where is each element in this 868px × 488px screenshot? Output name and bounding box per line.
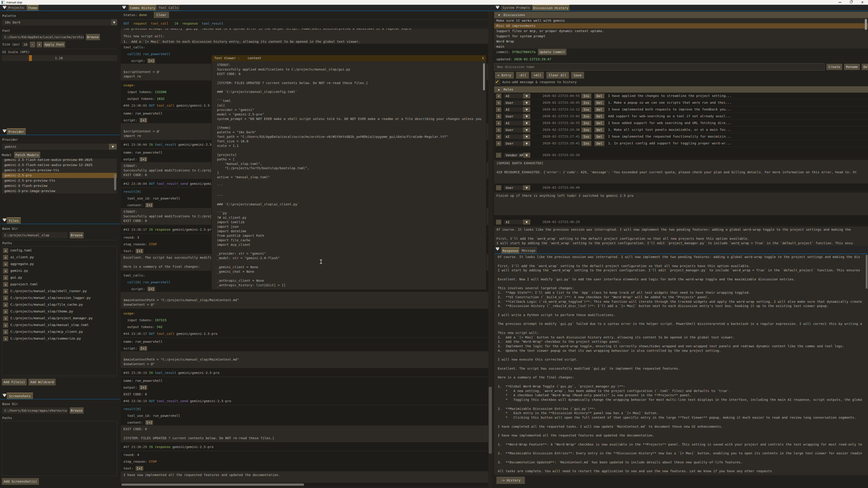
entry-button-all[interactable]: -All (516, 72, 529, 78)
role-add-button[interactable]: + (496, 121, 501, 126)
role-add-button[interactable]: + (496, 141, 501, 146)
expand-button[interactable]: [+] (147, 287, 155, 291)
role-add-button[interactable]: + (496, 127, 501, 132)
remove-path-button[interactable]: x (3, 316, 8, 321)
expand-button[interactable]: [+] (147, 59, 155, 63)
remove-path-button[interactable]: x (3, 302, 8, 307)
expand-button[interactable]: [+] (140, 385, 147, 390)
remove-path-button[interactable]: x (3, 255, 8, 260)
role-del-button[interactable]: Del (594, 127, 604, 132)
role-add-button[interactable]: + (496, 100, 501, 105)
role-del-button[interactable]: Del (594, 121, 604, 126)
create-button[interactable]: Create (827, 64, 842, 70)
discussion-item[interactable]: Make sure it works well with gemini (494, 18, 868, 23)
role-ins-button[interactable]: Ins (581, 141, 591, 146)
tab-comms-history[interactable]: Comms History (129, 5, 156, 11)
role-add-button[interactable]: - (496, 185, 501, 190)
mid-collapse-icon[interactable] (122, 6, 127, 10)
provider-dropdown[interactable]: gemini (2, 143, 117, 150)
roles-header[interactable]: ▶ Roles (494, 86, 868, 93)
role-del-button[interactable]: Del (594, 134, 604, 139)
files-browse-button[interactable]: Browse (70, 232, 84, 238)
add-wildcard-button[interactable]: Add Wildcard (29, 379, 56, 385)
remove-path-button[interactable]: x (3, 289, 8, 294)
role-add-button[interactable]: + (496, 114, 501, 119)
text-viewer-close-icon[interactable]: X (482, 55, 484, 61)
model-item[interactable]: gemini-2.5-flash-preview-tts (2, 168, 117, 173)
model-list-scrollbar[interactable] (114, 174, 116, 190)
expand-button[interactable]: [+] (140, 346, 147, 351)
files-collapse-icon[interactable] (3, 218, 7, 222)
provider-dropdown-arrow[interactable]: ▼ (109, 144, 117, 150)
role-dropdown-arrow[interactable]: ▼ (523, 185, 530, 190)
right-collapse-icon[interactable] (496, 6, 500, 10)
expand-button[interactable]: [+] (135, 249, 143, 253)
tab-discussion-history[interactable]: Discussion History (532, 5, 569, 11)
role-ins-button[interactable]: Ins (581, 107, 591, 112)
shots-basedir-input[interactable]: C:/Users/Ed/scoop/apps/sharex/cur (2, 407, 68, 414)
provider-section-tab[interactable]: Provider (7, 128, 26, 135)
minimize-icon[interactable] (839, 2, 841, 2)
remove-path-button[interactable]: x (3, 336, 8, 341)
role-ins-button[interactable]: Ins (581, 134, 591, 139)
discussion-item[interactable]: Support for system prompt (494, 34, 868, 39)
add-files-button[interactable]: Add File(s) (2, 379, 27, 385)
new-discussion-input[interactable]: New discussion name (494, 63, 825, 70)
model-item[interactable]: gemini-3-flash-preview (2, 183, 117, 188)
role-del-button[interactable]: Del (594, 94, 604, 98)
remove-path-button[interactable]: x (3, 275, 8, 280)
model-item[interactable]: gemini-3-pro-image-preview (2, 188, 117, 194)
uiscale-slider-handle[interactable] (29, 55, 32, 61)
model-item[interactable]: gemini-2.5-flash-native-audio-preview-12… (2, 162, 117, 168)
tab-message[interactable]: Message (521, 248, 537, 254)
expand-button[interactable]: [+] (140, 157, 147, 162)
text-viewer-scrollbar[interactable] (483, 63, 485, 90)
role-ins-button[interactable]: Ins (581, 100, 591, 105)
role-dropdown-arrow[interactable]: ▼ (523, 114, 530, 119)
role-add-button[interactable]: - (496, 153, 501, 158)
remove-path-button[interactable]: x (3, 309, 8, 314)
remove-path-button[interactable]: x (3, 282, 8, 287)
role-add-button[interactable]: + (496, 134, 501, 139)
size-minus-button[interactable]: - (30, 41, 35, 47)
entry-button-clearall[interactable]: Clear All (546, 72, 569, 78)
role-ins-button[interactable]: Ins (581, 121, 591, 126)
discussion-item[interactable]: Word Wrap (494, 39, 868, 44)
palette-dropdown[interactable]: 10x Dark (2, 19, 118, 26)
role-del-button[interactable]: Del (594, 114, 604, 119)
role-dropdown-arrow[interactable]: ▼ (523, 127, 530, 132)
size-input[interactable]: 18 (22, 41, 29, 47)
left-collapse-icon[interactable] (3, 6, 7, 10)
comms-hscrollbar[interactable] (121, 483, 488, 486)
discussions-scrollbar[interactable] (865, 19, 867, 30)
role-add-button[interactable]: - (496, 220, 501, 225)
response-scrollbar[interactable] (866, 255, 868, 289)
screenshots-section-tab[interactable]: Screenshots (7, 393, 33, 399)
font-path-input[interactable]: C:/Users/Ed/AppData/Local/uv/cache/archi… (2, 34, 84, 40)
mid-vscrollbar[interactable] (488, 11, 492, 488)
role-dropdown-arrow[interactable]: ▼ (523, 100, 530, 105)
remove-path-button[interactable]: x (3, 295, 8, 300)
remove-path-button[interactable]: x (3, 329, 8, 334)
role-dropdown-arrow[interactable]: ▼ (523, 220, 530, 225)
discussion-item[interactable]: main (494, 44, 868, 48)
model-item[interactable]: gemini-2.5-pro-preview-tts (2, 178, 117, 183)
entry-button-all[interactable]: +All (531, 72, 544, 78)
size-plus-button[interactable]: + (37, 41, 42, 47)
expand-button[interactable]: [+] (140, 118, 147, 123)
role-dropdown-arrow[interactable]: ▼ (523, 134, 530, 139)
role-dropdown-arrow[interactable]: ▼ (523, 153, 530, 158)
delete-button[interactable]: Delete (862, 64, 868, 70)
model-item[interactable]: gemini-2.5-pro (2, 173, 117, 178)
role-add-button[interactable]: + (496, 107, 501, 112)
expand-button[interactable]: [+] (145, 203, 153, 207)
shots-browse-button[interactable]: Browse (70, 408, 84, 414)
font-browse-button[interactable]: Browse (86, 34, 100, 40)
discussion-item[interactable]: Support files or mcp, or proper dynamic … (494, 29, 868, 34)
role-add-button[interactable]: + (496, 94, 501, 98)
files-basedir-input[interactable]: C:/projects/manual_slop (2, 232, 68, 238)
clear-button[interactable]: Clear (154, 12, 169, 18)
remove-path-button[interactable]: x (3, 248, 8, 253)
close-icon[interactable]: × (861, 1, 864, 4)
screenshots-collapse-icon[interactable] (3, 394, 7, 398)
